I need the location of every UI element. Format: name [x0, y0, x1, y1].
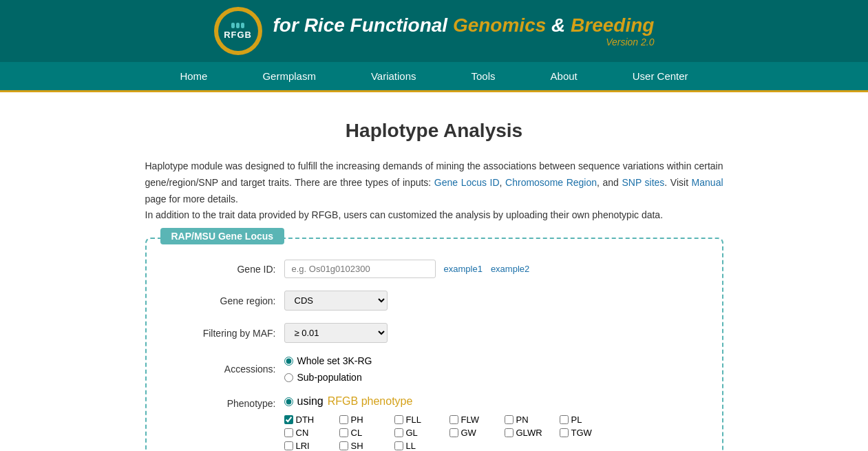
accessions-radio-group: Whole set 3K-RG Sub-population: [284, 355, 372, 383]
gene-region-label: Gene region:: [174, 295, 284, 306]
nav-germplasm[interactable]: Germplasm: [235, 62, 343, 90]
desc-visit: Visit: [670, 177, 692, 188]
cb-lri-label: LRI: [296, 441, 310, 451]
cb-gl-input[interactable]: [394, 428, 403, 437]
rap-msu-panel: RAP/MSU Gene Locus Gene ID: example1 exa…: [145, 238, 723, 451]
cb-ll-label: LL: [406, 441, 416, 451]
cb-fll: FLL: [394, 415, 449, 425]
maf-label: Filtering by MAF:: [174, 328, 284, 339]
desc-page: page for more details.: [145, 193, 238, 204]
cb-dth: DTH: [284, 415, 339, 425]
nav-home[interactable]: Home: [152, 62, 235, 90]
cb-dth-input[interactable]: [284, 415, 293, 424]
gene-region-control: CDS Promoter 3' UTR 5' UTR Exon Intron: [284, 291, 388, 311]
header: RFGB for Rice Functional Genomics & Bree…: [0, 0, 868, 62]
cb-lri-input[interactable]: [284, 441, 293, 450]
radio-sub: Sub-population: [284, 372, 372, 383]
cb-flw: FLW: [449, 415, 505, 425]
main-nav: Home Germplasm Variations Tools About Us…: [0, 62, 868, 92]
phenotype-using-radio[interactable]: [284, 397, 293, 406]
gene-id-row: Gene ID: example1 example2: [174, 260, 695, 278]
gene-id-control: example1 example2: [284, 260, 530, 278]
cb-gl: GL: [394, 428, 449, 438]
gene-id-label: Gene ID:: [174, 264, 284, 275]
radio-sub-input[interactable]: [284, 373, 293, 382]
cb-tgw-input[interactable]: [560, 428, 569, 437]
main-content: Haplotype Analysis Haplotype module was …: [125, 92, 744, 451]
phenotype-row: Phenotype: using RFGB phenotype DTH PH: [174, 395, 695, 451]
logo-rfgb-text: RFGB: [224, 30, 252, 40]
cb-cl: CL: [339, 428, 394, 438]
logo-icon: RFGB: [214, 7, 262, 55]
radio-sub-label: Sub-population: [297, 372, 362, 383]
cb-cl-input[interactable]: [339, 428, 348, 437]
nav-tools[interactable]: Tools: [444, 62, 523, 90]
cb-cn-input[interactable]: [284, 428, 293, 437]
cb-sh-input[interactable]: [339, 441, 348, 450]
cb-fll-input[interactable]: [394, 415, 403, 424]
cb-ll: LL: [394, 441, 449, 451]
accessions-label: Accessions:: [174, 364, 284, 375]
cb-tgw-label: TGW: [571, 428, 592, 438]
cb-ll-input[interactable]: [394, 441, 403, 450]
gene-id-input[interactable]: [284, 260, 436, 278]
cb-gw-label: GW: [461, 428, 476, 438]
phenotype-label: Phenotype:: [174, 395, 284, 409]
cb-ph-label: PH: [351, 415, 363, 425]
description-block: Haplotype module was designed to fulfill…: [145, 158, 723, 224]
example2-link[interactable]: example2: [491, 264, 529, 274]
nav-about[interactable]: About: [523, 62, 605, 90]
link-manual[interactable]: Manual: [692, 177, 723, 188]
maf-control: ≥ 0.01 ≥ 0.05 ≥ 0.10: [284, 323, 388, 343]
cb-cl-label: CL: [351, 428, 363, 438]
cb-sh-label: SH: [351, 441, 363, 451]
cb-pn-label: PN: [516, 415, 529, 425]
phenotype-using-row: using RFGB phenotype: [284, 395, 413, 408]
link-chromosome[interactable]: Chromosome Region: [505, 177, 597, 188]
phenotype-rfgb-link[interactable]: RFGB phenotype: [328, 395, 413, 408]
cb-ph: PH: [339, 415, 394, 425]
radio-whole-label: Whole set 3K-RG: [297, 355, 372, 366]
nav-variations[interactable]: Variations: [343, 62, 444, 90]
cb-pn-input[interactable]: [505, 415, 514, 424]
cb-glwr-input[interactable]: [505, 428, 514, 437]
radio-whole-input[interactable]: [284, 357, 293, 366]
cb-pl: PL: [560, 415, 615, 425]
cb-gw: GW: [449, 428, 505, 438]
example1-link[interactable]: example1: [444, 264, 483, 274]
cb-fll-label: FLL: [406, 415, 421, 425]
maf-select[interactable]: ≥ 0.01 ≥ 0.05 ≥ 0.10: [284, 323, 388, 343]
page-title: Haplotype Analysis: [145, 120, 723, 142]
cb-flw-input[interactable]: [449, 415, 458, 424]
gene-region-select[interactable]: CDS Promoter 3' UTR 5' UTR Exon Intron: [284, 291, 388, 311]
maf-row: Filtering by MAF: ≥ 0.01 ≥ 0.05 ≥ 0.10: [174, 323, 695, 343]
cb-pn: PN: [505, 415, 560, 425]
cb-lri: LRI: [284, 441, 339, 451]
link-gene-locus[interactable]: Gene Locus ID: [434, 177, 500, 188]
cb-tgw: TGW: [560, 428, 615, 438]
cb-sh: SH: [339, 441, 394, 451]
gene-region-row: Gene region: CDS Promoter 3' UTR 5' UTR …: [174, 291, 695, 311]
cb-ph-input[interactable]: [339, 415, 348, 424]
logo-container: RFGB for Rice Functional Genomics & Bree…: [214, 7, 655, 55]
link-snp[interactable]: SNP sites: [622, 177, 664, 188]
header-version: Version 2.0: [273, 36, 655, 48]
header-main-title: for Rice Functional Genomics & Breeding: [273, 14, 655, 36]
cb-glwr-label: GLWR: [516, 428, 542, 438]
accessions-row: Accessions: Whole set 3K-RG Sub-populati…: [174, 355, 695, 383]
cb-gw-input[interactable]: [449, 428, 458, 437]
header-title-block: for Rice Functional Genomics & Breeding …: [273, 14, 655, 48]
cb-cn: CN: [284, 428, 339, 438]
panel-label: RAP/MSU Gene Locus: [160, 228, 285, 244]
accessions-control: Whole set 3K-RG Sub-population: [284, 355, 372, 383]
nav-user-center[interactable]: User Center: [605, 62, 716, 90]
phenotype-using-text: using: [297, 395, 324, 408]
phenotype-control: using RFGB phenotype DTH PH FL: [284, 395, 628, 451]
cb-pl-input[interactable]: [560, 415, 569, 424]
cb-glwr: GLWR: [505, 428, 560, 438]
cb-pl-label: PL: [571, 415, 582, 425]
cb-dth-label: DTH: [296, 415, 315, 425]
phenotype-checkbox-grid: DTH PH FLL FLW: [284, 415, 628, 451]
cb-cn-label: CN: [296, 428, 309, 438]
cb-flw-label: FLW: [461, 415, 479, 425]
